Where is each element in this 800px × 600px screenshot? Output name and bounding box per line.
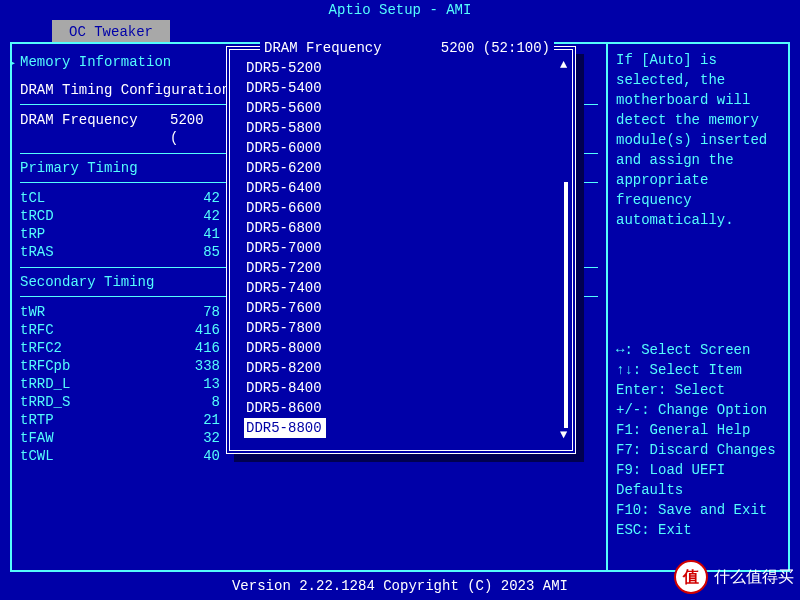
dram-frequency-label: DRAM Frequency [20, 111, 170, 147]
timing-label: tCL [20, 189, 170, 207]
popup-option[interactable]: DDR5-6800 [244, 218, 562, 238]
timing-value: 32 [170, 429, 220, 447]
timing-label: tRRD_L [20, 375, 170, 393]
legend-line: ↔: Select Screen [616, 340, 780, 360]
timing-value: 42 [170, 207, 220, 225]
legend-line: F1: General Help [616, 420, 780, 440]
scrollbar[interactable]: ▲ ▼ [562, 62, 568, 438]
timing-label: tRFCpb [20, 357, 170, 375]
popup-option[interactable]: DDR5-5200 [244, 58, 562, 78]
timing-value: 85 [170, 243, 220, 261]
popup-option[interactable]: DDR5-6000 [244, 138, 562, 158]
legend-line: F10: Save and Exit [616, 500, 780, 520]
timing-value: 78 [170, 303, 220, 321]
popup-option-list[interactable]: DDR5-5200DDR5-5400DDR5-5600DDR5-5800DDR5… [244, 58, 562, 438]
popup-option[interactable]: DDR5-7400 [244, 278, 562, 298]
help-pane: If [Auto] is selected, the motherboard w… [608, 44, 788, 570]
timing-label: tFAW [20, 429, 170, 447]
timing-value: 21 [170, 411, 220, 429]
timing-label: tRTP [20, 411, 170, 429]
popup-option[interactable]: DDR5-7200 [244, 258, 562, 278]
popup-option[interactable]: DDR5-8200 [244, 358, 562, 378]
tab-strip: OC Tweaker [0, 20, 800, 42]
popup-option[interactable]: DDR5-7600 [244, 298, 562, 318]
popup-option[interactable]: DDR5-5400 [244, 78, 562, 98]
chevron-right-icon: ▸ [12, 54, 16, 71]
timing-label: tRCD [20, 207, 170, 225]
scroll-up-icon[interactable]: ▲ [560, 58, 567, 72]
popup-header: DRAM Frequency 5200 (52:100) [260, 40, 554, 56]
popup-option[interactable]: DDR5-8800 [244, 418, 326, 438]
app-title: Aptio Setup - AMI [0, 0, 800, 20]
legend-line: Enter: Select [616, 380, 780, 400]
timing-value: 41 [170, 225, 220, 243]
timing-value: 416 [170, 339, 220, 357]
help-text: If [Auto] is selected, the motherboard w… [616, 50, 780, 230]
dram-frequency-popup[interactable]: DRAM Frequency 5200 (52:100) DDR5-5200DD… [226, 46, 576, 454]
timing-label: tCWL [20, 447, 170, 465]
timing-value: 338 [170, 357, 220, 375]
key-legend: ↔: Select Screen↑↓: Select ItemEnter: Se… [616, 340, 780, 540]
timing-value: 8 [170, 393, 220, 411]
timing-label: tRRD_S [20, 393, 170, 411]
timing-value: 40 [170, 447, 220, 465]
popup-option[interactable]: DDR5-8600 [244, 398, 562, 418]
tab-oc-tweaker[interactable]: OC Tweaker [52, 20, 170, 42]
popup-option[interactable]: DDR5-6400 [244, 178, 562, 198]
legend-line: +/-: Change Option [616, 400, 780, 420]
watermark-badge-icon: 值 [674, 560, 708, 594]
watermark: 值 什么值得买 [674, 560, 794, 594]
popup-option[interactable]: DDR5-8400 [244, 378, 562, 398]
legend-line: F9: Load UEFI Defaults [616, 460, 780, 500]
popup-current-value: 5200 (52:100) [441, 40, 550, 56]
scroll-thumb[interactable] [564, 182, 568, 428]
popup-option[interactable]: DDR5-6200 [244, 158, 562, 178]
popup-option[interactable]: DDR5-7000 [244, 238, 562, 258]
scroll-down-icon[interactable]: ▼ [560, 428, 567, 442]
timing-value: 416 [170, 321, 220, 339]
timing-value: 13 [170, 375, 220, 393]
timing-value: 42 [170, 189, 220, 207]
popup-option[interactable]: DDR5-5600 [244, 98, 562, 118]
timing-label: tRAS [20, 243, 170, 261]
legend-line: ↑↓: Select Item [616, 360, 780, 380]
legend-line: ESC: Exit [616, 520, 780, 540]
legend-line: F7: Discard Changes [616, 440, 780, 460]
watermark-text: 什么值得买 [714, 567, 794, 588]
popup-option[interactable]: DDR5-6600 [244, 198, 562, 218]
timing-label: tWR [20, 303, 170, 321]
timing-label: tRFC2 [20, 339, 170, 357]
timing-label: tRP [20, 225, 170, 243]
popup-title: DRAM Frequency [264, 40, 382, 56]
popup-option[interactable]: DDR5-8000 [244, 338, 562, 358]
popup-option[interactable]: DDR5-5800 [244, 118, 562, 138]
dram-frequency-value: 5200 ( [170, 111, 220, 147]
popup-option[interactable]: DDR5-7800 [244, 318, 562, 338]
timing-label: tRFC [20, 321, 170, 339]
